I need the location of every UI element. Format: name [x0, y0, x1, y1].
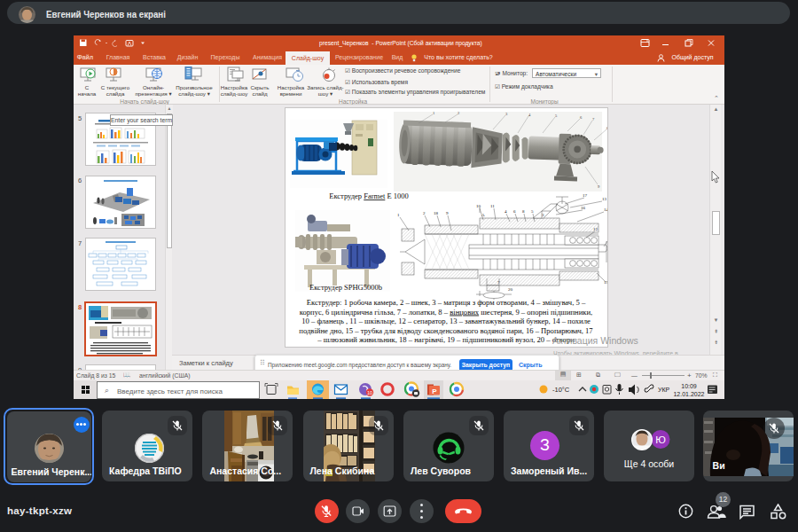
svg-text:Ю: Ю: [655, 434, 666, 445]
